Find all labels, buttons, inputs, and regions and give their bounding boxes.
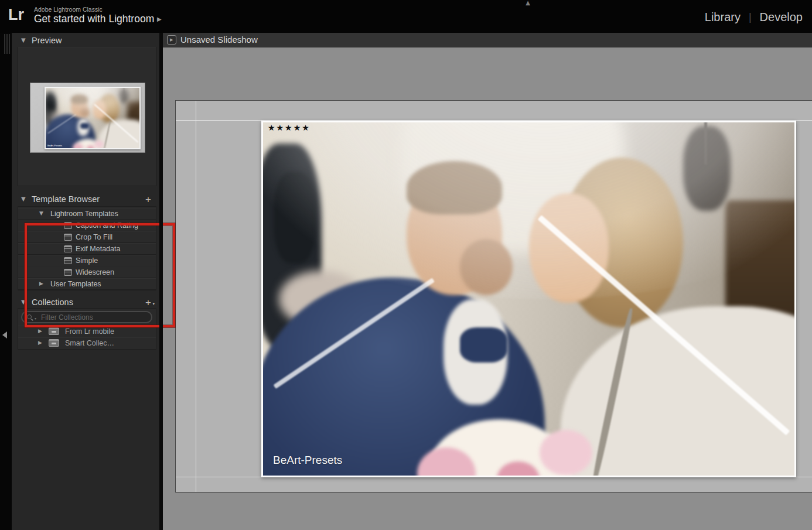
module-picker: Library | Develop [705, 11, 803, 24]
template-item-label: Exif Metadata [76, 245, 120, 253]
filter-collections-input[interactable] [41, 313, 146, 322]
group-label: User Templates [50, 280, 101, 288]
collapse-top-panel-arrow-icon[interactable]: ▲ [518, 0, 537, 7]
template-icon [64, 269, 72, 276]
group-lightroom-templates[interactable]: ▼ Lightroom Templates [18, 208, 156, 220]
collection-smart-collections[interactable]: ▶ Smart Collec… [18, 337, 156, 349]
add-collection-caret-icon: ▾ [152, 302, 155, 306]
chevron-down-icon: ▼ [21, 299, 26, 305]
group-label: Lightroom Templates [50, 210, 118, 218]
preview-panel-header[interactable]: ▼ Preview [12, 34, 159, 48]
add-collection-button[interactable]: + [145, 297, 151, 309]
chevron-right-icon: ▶ [38, 328, 42, 334]
template-item-label: Caption and Rating [76, 221, 138, 230]
left-panel: ▼ Preview [12, 33, 159, 530]
preview-panel-title: Preview [32, 36, 62, 45]
bouquet-flower [540, 430, 593, 476]
bride-shawl [561, 306, 794, 476]
collections-list: ▾ ▶ From Lr mobile ▶ Smart Collec… [18, 308, 156, 350]
template-icon [64, 222, 72, 229]
lightroom-window: Lr Adobe Lightroom Classic Get started w… [0, 0, 812, 530]
preview-slide: BeArt-Presets [30, 83, 145, 153]
template-item-label: Simple [76, 257, 98, 265]
slide-photo[interactable]: ★★★★★ BeArt-Presets [261, 121, 796, 477]
slideshow-icon [167, 35, 176, 45]
wedding-photo [263, 122, 794, 476]
collection-set-icon [49, 327, 59, 335]
add-template-button[interactable]: + [145, 194, 151, 206]
template-browser-list: ▼ Lightroom Templates Caption and Rating… [18, 206, 156, 290]
group-user-templates[interactable]: ▶ User Templates [18, 278, 156, 290]
collection-from-lr-mobile[interactable]: ▶ From Lr mobile [18, 326, 156, 337]
search-options-caret-icon: ▾ [35, 316, 36, 320]
collection-label: Smart Collec… [65, 339, 114, 347]
caption-overlay[interactable]: BeArt-Presets [273, 454, 342, 467]
preview-photo-thumbnail: BeArt-Presets [45, 87, 141, 149]
identity-plate-text[interactable]: Get started with Lightroom [34, 13, 154, 25]
slideshow-workspace: ★★★★★ BeArt-Presets [163, 47, 812, 530]
module-library[interactable]: Library [705, 11, 741, 24]
collection-label: From Lr mobile [65, 327, 114, 336]
identity-plate-arrow-icon: ▶ [157, 16, 162, 22]
module-develop[interactable]: Develop [760, 11, 803, 24]
slideshow-title: Unsaved Slideshow [180, 35, 258, 45]
template-browser-header[interactable]: ▼ Template Browser + [12, 193, 159, 207]
thumb-caption: BeArt-Presets [47, 144, 62, 147]
template-browser-title: Template Browser [32, 194, 100, 204]
template-item-widescreen[interactable]: Widescreen [18, 266, 156, 278]
filter-collections-field[interactable]: ▾ [21, 311, 152, 323]
search-icon [27, 314, 32, 319]
wedding-photo-thumb [46, 88, 139, 148]
left-panel-edge[interactable] [0, 33, 12, 530]
star-rating-overlay[interactable]: ★★★★★ [268, 123, 311, 132]
chevron-down-icon: ▼ [21, 37, 26, 43]
chevron-down-icon: ▼ [21, 196, 26, 202]
groom-bowtie [460, 327, 508, 363]
module-separator: | [749, 11, 752, 23]
slideshow-header-bar: Unsaved Slideshow [163, 33, 812, 47]
template-icon [64, 257, 72, 264]
margin-guide-left[interactable] [196, 101, 196, 492]
chevron-down-icon: ▼ [39, 210, 43, 216]
template-item-exif-metadata[interactable]: Exif Metadata [18, 243, 156, 255]
collapse-left-panel-arrow-icon[interactable] [2, 331, 7, 338]
template-item-label: Widescreen [76, 268, 114, 276]
lightroom-logo: Lr [8, 6, 24, 24]
slide-canvas[interactable]: ★★★★★ BeArt-Presets [175, 100, 812, 493]
template-icon [64, 234, 72, 241]
template-item-caption-and-rating[interactable]: Caption and Rating [18, 220, 156, 231]
chevron-right-icon: ▶ [38, 340, 42, 346]
template-item-simple[interactable]: Simple [18, 255, 156, 266]
collections-title: Collections [32, 298, 73, 307]
collection-set-icon [49, 339, 59, 347]
preview-area: BeArt-Presets [18, 47, 156, 186]
template-item-crop-to-fill[interactable]: Crop To Fill [18, 231, 156, 243]
template-icon [64, 245, 72, 252]
panel-grip [4, 34, 11, 54]
chevron-right-icon: ▶ [39, 281, 43, 286]
titlebar: Lr Adobe Lightroom Classic Get started w… [0, 0, 812, 33]
app-name: Adobe Lightroom Classic [34, 6, 103, 13]
template-item-label: Crop To Fill [76, 233, 112, 241]
panel-divider [159, 33, 163, 530]
